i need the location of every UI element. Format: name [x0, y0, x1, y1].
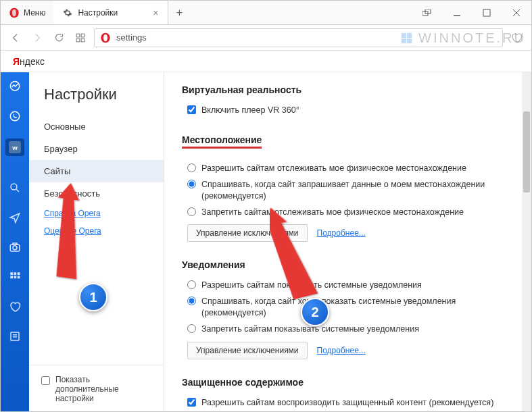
svg-rect-9 — [76, 34, 80, 37]
protected-checkbox-row[interactable]: Разрешить сайтам воспроизводить защищенн… — [187, 397, 514, 409]
vr-checkbox-label: Включить плеер VR 360° — [201, 105, 299, 116]
menu-label: Меню — [24, 8, 45, 18]
speed-dial-button[interactable] — [72, 30, 89, 46]
svg-rect-27 — [13, 243, 17, 244]
settings-content: Виртуальная реальность Включить плеер VR… — [164, 72, 531, 412]
svg-rect-12 — [81, 38, 84, 42]
settings-heading: Настройки — [29, 86, 164, 115]
location-radio-allow[interactable]: Разрешить сайтам отслеживать мое физичес… — [187, 163, 514, 174]
svg-text:w: w — [11, 144, 18, 151]
section-notifications: Уведомления Разрешить сайтам показывать … — [182, 259, 514, 359]
opera-logo-icon — [9, 7, 20, 18]
notif-radio-allow[interactable]: Разрешить сайтам показывать системные ув… — [187, 280, 514, 291]
rail-grid-icon[interactable] — [7, 269, 22, 284]
svg-rect-29 — [14, 272, 17, 275]
notif-radio-deny[interactable]: Запретить сайтам показывать системные ув… — [187, 324, 514, 335]
notif-more-link[interactable]: Подробнее... — [317, 346, 366, 355]
new-tab-button[interactable]: + — [168, 1, 190, 24]
advanced-settings-input[interactable] — [41, 376, 50, 385]
svg-rect-33 — [18, 276, 20, 279]
svg-rect-30 — [18, 272, 20, 275]
svg-rect-31 — [10, 276, 13, 279]
rail-messenger-icon[interactable] — [7, 79, 22, 94]
section-protected: Защищенное содержимое Разрешить сайтам в… — [182, 377, 514, 409]
svg-rect-32 — [14, 276, 17, 279]
nav-item-security[interactable]: Безопасность — [29, 182, 164, 205]
section-notifications-title: Уведомления — [182, 259, 514, 270]
nav-item-sites[interactable]: Сайты — [29, 160, 164, 182]
left-rail: w — [1, 72, 29, 412]
window-close-button[interactable] — [502, 1, 531, 24]
address-bar-row — [1, 25, 531, 51]
rail-heart-icon[interactable] — [7, 299, 22, 314]
section-protected-title: Защищенное содержимое — [182, 377, 514, 388]
main-area: w Настройки Основные Браузер Сайты Безоп… — [1, 72, 531, 412]
section-location: Местоположение Разрешить сайтам отслежив… — [182, 134, 514, 242]
tab-close-icon[interactable]: × — [153, 7, 158, 18]
rail-send-icon[interactable] — [7, 210, 22, 225]
svg-point-23 — [11, 184, 17, 190]
svg-rect-10 — [81, 34, 84, 37]
advanced-settings-checkbox[interactable]: Показать дополнительные настройки — [29, 365, 164, 412]
rail-vk-icon[interactable]: w — [5, 138, 24, 156]
svg-point-26 — [13, 246, 17, 250]
yandex-y: Я — [13, 56, 20, 67]
nav-forward-button[interactable] — [29, 30, 45, 46]
protected-checkbox[interactable] — [187, 398, 196, 407]
nav-item-browser[interactable]: Браузер — [29, 138, 164, 160]
scrollbar-thumb[interactable] — [523, 111, 530, 192]
settings-nav: Настройки Основные Браузер Сайты Безопас… — [29, 72, 164, 412]
section-vr-title: Виртуальная реальность — [182, 84, 514, 95]
location-radio-deny[interactable]: Запретить сайтам отслеживать мое физичес… — [187, 207, 514, 218]
protected-checkbox-label: Разрешить сайтам воспроизводить защищенн… — [201, 397, 493, 409]
rail-camera-icon[interactable] — [7, 240, 22, 255]
yandex-rest: ндекс — [20, 56, 45, 67]
nav-back-button[interactable] — [7, 30, 24, 46]
window-controls — [412, 1, 531, 24]
titlebar: Меню Настройки × + — [1, 1, 531, 25]
svg-point-2 — [12, 9, 16, 16]
nav-link-rate[interactable]: Оцените Opera — [29, 222, 164, 240]
window-maximize-button[interactable] — [472, 1, 502, 24]
address-bar[interactable] — [94, 28, 503, 47]
section-location-title: Местоположение — [182, 134, 262, 149]
svg-point-14 — [103, 34, 107, 41]
opera-logo-small-icon — [100, 32, 111, 43]
nav-item-basic[interactable]: Основные — [29, 115, 164, 138]
tab-settings[interactable]: Настройки × — [53, 1, 168, 24]
advanced-settings-label: Показать дополнительные настройки — [55, 375, 151, 403]
rail-whatsapp-icon[interactable] — [7, 109, 22, 124]
svg-rect-28 — [10, 272, 13, 275]
location-more-link[interactable]: Подробнее... — [317, 228, 366, 238]
tab-title: Настройки — [78, 8, 118, 18]
scrollbar[interactable] — [522, 72, 531, 412]
address-input[interactable] — [116, 32, 497, 43]
vr-checkbox[interactable] — [187, 105, 196, 114]
window-compact-button[interactable] — [412, 1, 442, 24]
svg-rect-6 — [483, 9, 490, 16]
gear-icon — [63, 8, 72, 18]
rail-search-icon[interactable] — [7, 180, 22, 195]
svg-line-24 — [16, 189, 19, 192]
location-manage-button[interactable]: Управление исключениями — [187, 224, 308, 242]
yandex-bar[interactable]: Яндекс — [1, 51, 531, 72]
menu-button[interactable]: Меню — [1, 1, 53, 24]
svg-point-20 — [10, 111, 20, 121]
window-minimize-button[interactable] — [442, 1, 472, 24]
rail-news-icon[interactable] — [7, 329, 22, 344]
notif-manage-button[interactable]: Управление исключениями — [187, 342, 308, 359]
nav-link-help[interactable]: Справка Opera — [29, 205, 164, 222]
notif-radio-ask[interactable]: Спрашивать, когда сайт хочет показать си… — [187, 296, 514, 319]
section-vr: Виртуальная реальность Включить плеер VR… — [182, 84, 514, 116]
nav-reload-button[interactable] — [51, 30, 67, 46]
svg-rect-11 — [76, 38, 80, 42]
location-radio-ask[interactable]: Спрашивать, когда сайт запрашивает данны… — [187, 179, 514, 202]
bookmark-heart-icon[interactable] — [508, 30, 525, 46]
vr-checkbox-row[interactable]: Включить плеер VR 360° — [187, 105, 514, 116]
